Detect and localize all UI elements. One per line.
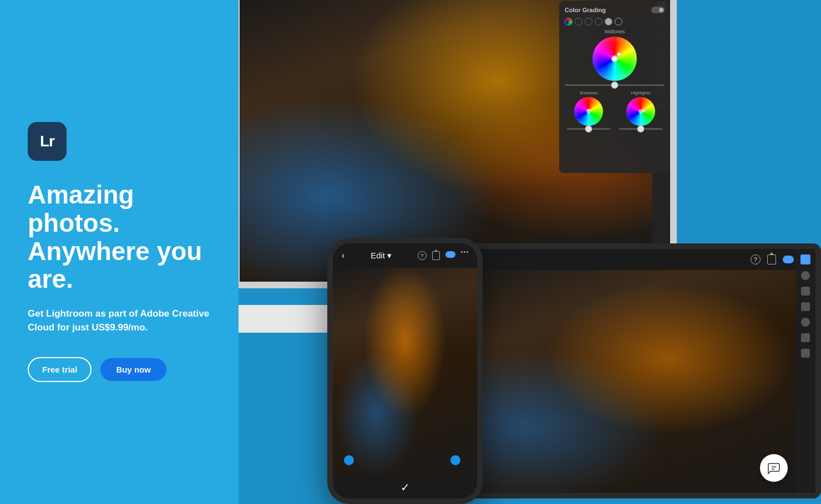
tablet-sidebar-filter-icon[interactable] bbox=[801, 318, 810, 327]
chat-icon bbox=[767, 461, 781, 475]
tablet-cloud-icon[interactable] bbox=[783, 256, 794, 263]
tablet-top-bar: ‹ ? bbox=[449, 249, 815, 270]
highlights-wheel-dot[interactable] bbox=[642, 109, 646, 113]
phone-share-icon[interactable] bbox=[432, 251, 440, 260]
highlights-label: Highlights bbox=[617, 90, 665, 95]
phone-edit-label[interactable]: Edit ▾ bbox=[371, 251, 392, 261]
tablet-sidebar-tone-icon[interactable] bbox=[801, 271, 810, 280]
slider-handle[interactable] bbox=[611, 82, 619, 89]
phone-bottom-bar: ✓ bbox=[333, 476, 477, 498]
right-panel: Color Grading bbox=[239, 0, 821, 504]
midtones-slider[interactable] bbox=[565, 84, 665, 86]
panel-toggle[interactable] bbox=[651, 7, 665, 13]
tablet-help-icon[interactable]: ? bbox=[751, 254, 761, 264]
phone-cloud-icon[interactable] bbox=[445, 251, 455, 258]
tablet-sidebar-adjust-icon[interactable] bbox=[800, 254, 810, 264]
tablet-mockup: ‹ ? bbox=[444, 243, 821, 498]
color-grading-panel: Color Grading bbox=[559, 1, 670, 173]
color-wheel-shadows[interactable] bbox=[574, 97, 603, 126]
panel-header: Color Grading bbox=[565, 7, 665, 13]
phone-dot-right bbox=[450, 455, 460, 465]
tablet-sidebar-brush-icon[interactable] bbox=[801, 302, 810, 311]
lr-logo-text: Lr bbox=[40, 133, 54, 150]
shadows-slider-handle[interactable] bbox=[585, 125, 592, 133]
tablet-screen: ‹ ? bbox=[444, 243, 821, 498]
hero-headline: Amazing photos. Anywhere you are. bbox=[28, 181, 211, 293]
tablet-photo-area bbox=[449, 270, 815, 493]
phone-top-right: ? bbox=[418, 251, 468, 260]
shadows-highlights-row: Shadows Highlights bbox=[565, 90, 665, 132]
phone-dot-left bbox=[344, 455, 354, 465]
tablet-sidebar-history-icon[interactable] bbox=[801, 349, 810, 358]
color-wheel-midtones[interactable] bbox=[592, 37, 637, 81]
color-wheel-highlights[interactable] bbox=[626, 97, 655, 126]
chat-button[interactable] bbox=[760, 454, 788, 482]
page-wrapper: Lr Amazing photos. Anywhere you are. Get… bbox=[0, 0, 821, 504]
highlights-container: Highlights bbox=[617, 90, 665, 132]
midtones-label: Midtones bbox=[565, 29, 665, 34]
phone-screen: ‹ Edit ▾ ? bbox=[327, 238, 483, 504]
wheel-center bbox=[611, 55, 618, 62]
buy-now-button[interactable]: Buy now bbox=[100, 358, 166, 381]
tablet-right-sidebar bbox=[795, 249, 815, 493]
lr-logo: Lr bbox=[28, 122, 67, 161]
phone-help-icon[interactable]: ? bbox=[418, 251, 427, 260]
phone-more-icon[interactable] bbox=[461, 251, 468, 260]
cta-buttons: Free trial Buy now bbox=[28, 357, 211, 382]
wheel-dot[interactable] bbox=[617, 52, 621, 57]
hero-subtext: Get Lightroom as part of Adobe Creative … bbox=[28, 307, 211, 335]
highlights-slider-handle[interactable] bbox=[637, 125, 644, 133]
tablet-content: ‹ ? bbox=[449, 249, 815, 493]
tablet-share-icon[interactable] bbox=[767, 254, 776, 264]
phone-back-button[interactable]: ‹ bbox=[342, 251, 344, 261]
phone-photo bbox=[333, 268, 477, 476]
tablet-sidebar-detail-icon[interactable] bbox=[801, 287, 810, 296]
tablet-sidebar-geometry-icon[interactable] bbox=[801, 333, 810, 342]
panel-icons-row bbox=[565, 18, 665, 26]
phone-mockup: ‹ Edit ▾ ? bbox=[327, 238, 483, 504]
left-panel: Lr Amazing photos. Anywhere you are. Get… bbox=[0, 0, 239, 504]
shadows-label: Shadows bbox=[565, 90, 612, 95]
shadows-container: Shadows bbox=[565, 90, 612, 132]
shadows-slider[interactable] bbox=[567, 128, 610, 130]
free-trial-button[interactable]: Free trial bbox=[28, 357, 92, 382]
phone-top-bar: ‹ Edit ▾ ? bbox=[333, 243, 477, 268]
color-grading-title: Color Grading bbox=[565, 7, 606, 13]
phone-checkmark[interactable]: ✓ bbox=[401, 481, 410, 494]
highlights-slider[interactable] bbox=[619, 128, 662, 130]
